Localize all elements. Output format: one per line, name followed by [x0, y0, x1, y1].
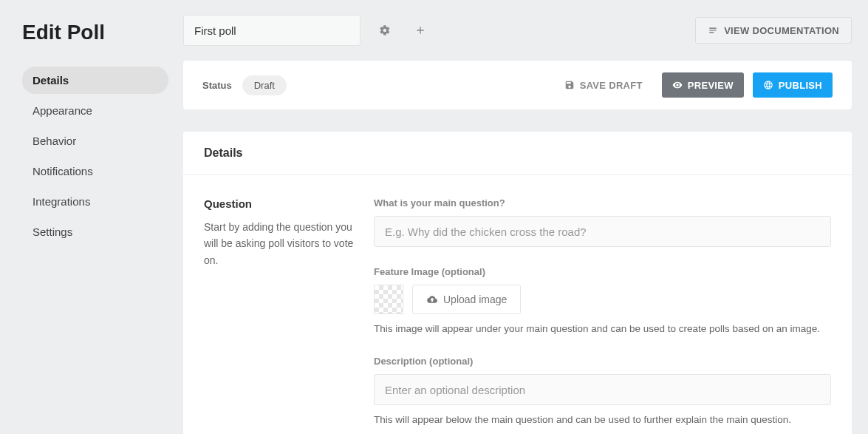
sidebar-item-label: Details [33, 74, 69, 87]
sidebar-item-label: Behavior [33, 135, 76, 147]
question-side: Question Start by adding the question yo… [204, 197, 374, 433]
sidebar: Edit Poll Details Appearance Behavior No… [0, 0, 183, 434]
sidebar-item-label: Notifications [33, 165, 93, 177]
preview-button[interactable]: PREVIEW [662, 72, 744, 98]
save-icon [564, 80, 575, 90]
eye-icon [672, 80, 683, 90]
feature-image-help: This image will appear under your main q… [374, 322, 831, 336]
description-input[interactable] [374, 374, 831, 405]
sidebar-item-label: Integrations [33, 195, 90, 208]
sidebar-item-details[interactable]: Details [22, 67, 168, 94]
publish-button[interactable]: PUBLISH [753, 72, 833, 98]
description-label: Description (optional) [374, 356, 831, 367]
sidebar-item-notifications[interactable]: Notifications [22, 157, 168, 185]
settings-button[interactable] [374, 19, 396, 41]
add-button[interactable] [409, 19, 431, 41]
nav: Details Appearance Behavior Notification… [22, 67, 168, 245]
upload-image-button[interactable]: Upload image [412, 285, 521, 314]
form-fields: What is your main question? Feature Imag… [374, 197, 831, 433]
question-help: Start by adding the question you will be… [204, 219, 359, 268]
feature-image-group: Feature Image (optional) Upload image Th… [374, 266, 831, 336]
details-card: Details Question Start by adding the que… [183, 132, 852, 434]
plus-icon [414, 24, 426, 36]
details-heading: Details [183, 132, 852, 175]
sidebar-item-integrations[interactable]: Integrations [22, 188, 168, 215]
doc-icon [708, 25, 718, 35]
preview-label: PREVIEW [688, 80, 734, 91]
sidebar-item-appearance[interactable]: Appearance [22, 97, 168, 124]
poll-name-input[interactable] [183, 15, 360, 46]
gear-icon [379, 24, 391, 36]
feature-image-label: Feature Image (optional) [374, 266, 831, 277]
sidebar-item-settings[interactable]: Settings [22, 218, 168, 245]
publish-label: PUBLISH [779, 80, 822, 91]
main: VIEW DOCUMENTATION Status Draft SAVE DRA… [183, 0, 868, 434]
save-draft-button[interactable]: SAVE DRAFT [554, 72, 653, 98]
description-help: This will appear below the main question… [374, 413, 831, 427]
topbar: VIEW DOCUMENTATION [183, 15, 852, 46]
status-label: Status [202, 80, 232, 91]
save-draft-label: SAVE DRAFT [580, 80, 643, 91]
sidebar-item-label: Appearance [33, 104, 92, 117]
status-badge: Draft [242, 75, 287, 95]
globe-icon [763, 80, 773, 90]
question-input[interactable] [374, 216, 831, 247]
status-bar: Status Draft SAVE DRAFT PREVIEW PUBLISH [183, 61, 852, 109]
page-title: Edit Poll [22, 21, 168, 44]
form-body: Question Start by adding the question yo… [183, 175, 852, 434]
question-title: Question [204, 197, 359, 210]
sidebar-item-label: Settings [33, 226, 72, 238]
question-field-group: What is your main question? [374, 197, 831, 247]
doc-button-label: VIEW DOCUMENTATION [724, 25, 839, 36]
image-preview [374, 285, 403, 314]
question-label: What is your main question? [374, 197, 831, 208]
view-documentation-button[interactable]: VIEW DOCUMENTATION [695, 17, 852, 44]
cloud-upload-icon [426, 294, 438, 305]
description-group: Description (optional) This will appear … [374, 356, 831, 427]
sidebar-item-behavior[interactable]: Behavior [22, 127, 168, 155]
upload-label: Upload image [443, 294, 507, 305]
